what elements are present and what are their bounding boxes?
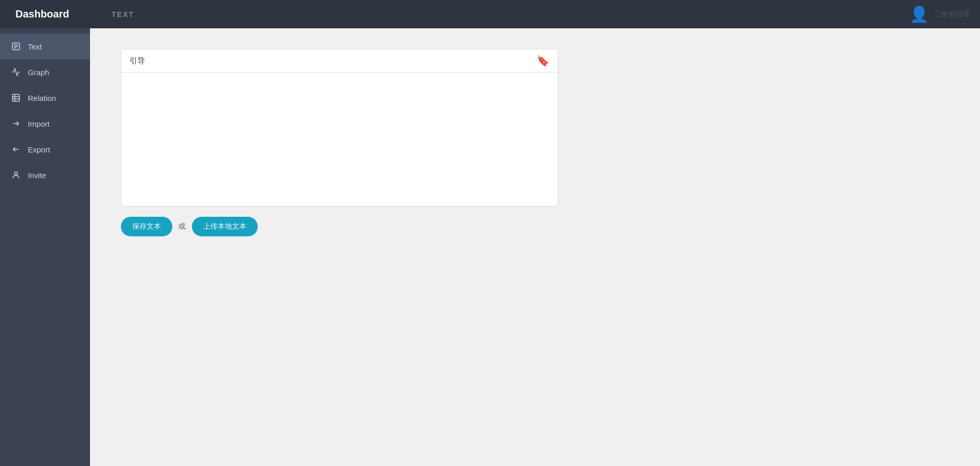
svg-point-10 xyxy=(14,172,17,175)
sidebar-item-import-label: Import xyxy=(28,119,50,128)
file-icon xyxy=(10,42,22,51)
sidebar-item-import[interactable]: Import xyxy=(0,111,90,136)
invite-icon xyxy=(10,170,22,180)
sidebar-item-graph[interactable]: Graph xyxy=(0,59,90,85)
sidebar-item-relation[interactable]: Relation xyxy=(0,85,90,111)
graph-icon xyxy=(10,67,22,77)
action-row: 保存文本 或 上传本地文本 xyxy=(121,217,558,236)
relation-icon xyxy=(10,93,22,102)
sidebar-item-export[interactable]: Export xyxy=(0,136,90,162)
import-icon xyxy=(10,119,22,128)
page-title: TEXT xyxy=(112,10,134,19)
prompt-label: 引导 xyxy=(130,56,145,66)
avatar-icon: 👤 xyxy=(910,5,929,23)
bookmark-icon[interactable]: 🔖 xyxy=(537,55,549,67)
header: Dashboard TEXT 👤 二食堂经理 xyxy=(0,0,980,28)
sidebar-item-relation-label: Relation xyxy=(28,94,56,102)
sidebar: Text Graph Relation Import Export xyxy=(0,28,90,466)
sidebar-item-invite[interactable]: Invite xyxy=(0,162,90,188)
text-container: 引导 🔖 保存文本 或 上传本地文本 xyxy=(121,49,558,236)
sidebar-item-graph-label: Graph xyxy=(28,68,49,77)
logo: Dashboard xyxy=(0,0,90,28)
sidebar-item-invite-label: Invite xyxy=(28,171,46,180)
sidebar-item-export-label: Export xyxy=(28,145,50,154)
main-content: 引导 🔖 保存文本 或 上传本地文本 xyxy=(90,28,980,466)
header-arrow-decoration xyxy=(90,1,101,28)
user-name: 二食堂经理 xyxy=(934,10,970,19)
sidebar-item-text[interactable]: Text xyxy=(0,33,90,59)
export-icon xyxy=(10,145,22,154)
svg-rect-4 xyxy=(12,94,20,101)
or-label: 或 xyxy=(179,222,186,231)
text-editor[interactable] xyxy=(121,73,558,206)
sidebar-item-text-label: Text xyxy=(28,42,42,51)
prompt-bar: 引导 🔖 xyxy=(121,49,558,73)
upload-button[interactable]: 上传本地文本 xyxy=(192,217,258,236)
save-button[interactable]: 保存文本 xyxy=(121,217,172,236)
user-info: 👤 二食堂经理 xyxy=(910,5,980,23)
layout: Text Graph Relation Import Export xyxy=(0,28,980,466)
